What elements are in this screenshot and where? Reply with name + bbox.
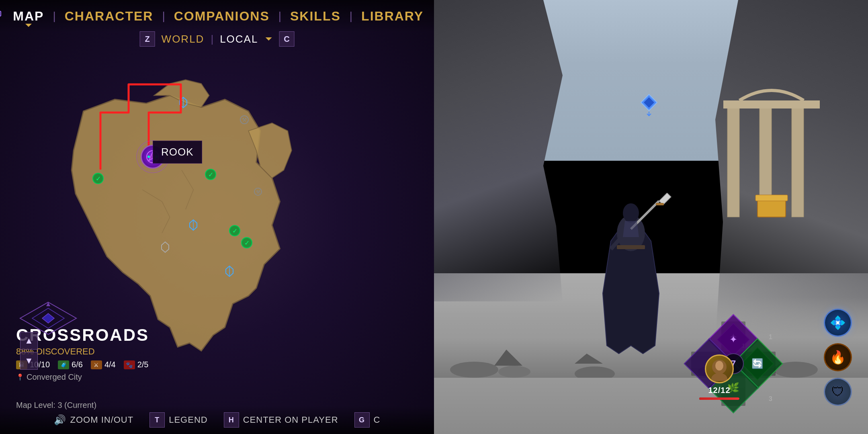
svg-point-36	[575, 366, 615, 378]
action-btn-1[interactable]: 💠	[824, 309, 852, 337]
g-key[interactable]: G	[354, 412, 370, 428]
nav-sep-4: |	[350, 10, 352, 23]
svg-point-56	[715, 361, 723, 371]
stat-item-3: ⚔ 4/4	[91, 360, 116, 369]
bottom-nav-center: H CENTER ON PLAYER	[224, 412, 338, 428]
map-special-3: ⚒	[253, 187, 263, 197]
nav-sep-3: |	[278, 10, 281, 23]
nav-map[interactable]: MAP	[6, 9, 51, 24]
map-special-1	[179, 96, 188, 108]
sub-nav-world[interactable]: WORLD	[162, 33, 205, 45]
map-special-5	[225, 265, 234, 277]
stat-icon-4: 🐾	[124, 360, 135, 369]
svg-marker-16	[162, 242, 169, 252]
map-marker-3: ✓	[241, 237, 252, 248]
location-area-name: Converged City	[27, 373, 82, 382]
bottom-nav-g: G C	[354, 412, 381, 428]
svg-rect-30	[792, 104, 804, 217]
stat-icon-3: ⚔	[91, 360, 102, 369]
nav-character[interactable]: CHARACTER	[57, 9, 161, 24]
avatar-portrait	[705, 354, 734, 383]
nav-skills[interactable]: SKILLS	[283, 9, 348, 24]
svg-text:⚒: ⚒	[256, 189, 260, 195]
health-value: 12/12	[708, 386, 730, 395]
zoom-out-btn[interactable]: ▼	[20, 352, 38, 370]
map-marker-1: ✓	[92, 173, 104, 184]
action-btn-3[interactable]: 🛡	[824, 378, 852, 406]
zoom-in-btn[interactable]: ▲	[20, 332, 38, 350]
map-special-2: ⚒	[239, 115, 250, 125]
zoom-label: ZOOM IN/OUT	[70, 415, 134, 425]
map-nav-icon	[0, 7, 2, 25]
location-pin-icon: 📍	[16, 373, 24, 381]
temple-structure	[719, 72, 824, 225]
stat-value-4: 2/5	[137, 360, 149, 369]
center-on-player-label: CENTER ON PLAYER	[243, 415, 338, 425]
svg-marker-26	[42, 313, 54, 323]
game-panel: ✦ 1 ✦ 1 🔄 3 🌿 ◆	[434, 0, 868, 434]
svg-rect-44	[656, 203, 664, 205]
svg-text:⚒: ⚒	[242, 117, 247, 123]
z-key[interactable]: Z	[140, 31, 155, 47]
local-selected-arrow	[264, 37, 272, 41]
map-marker-4: ✓	[229, 225, 240, 236]
zoom-controls: ▲ ▼	[16, 298, 80, 370]
stat-value-3: 4/4	[104, 360, 116, 369]
g-label: C	[374, 415, 381, 425]
nav-sep-1: |	[53, 10, 55, 23]
quest-marker	[639, 92, 659, 118]
svg-marker-39	[494, 350, 522, 366]
bottom-nav: 🔊 ZOOM IN/OUT T LEGEND H CENTER ON PLAYE…	[0, 406, 434, 434]
nav-sep-2: |	[162, 10, 165, 23]
bottom-nav-zoom: 🔊 ZOOM IN/OUT	[54, 414, 134, 426]
sub-nav: Z WORLD | LOCAL C	[140, 31, 295, 47]
svg-point-35	[498, 366, 530, 378]
action-buttons: 💠 🔥 🛡	[824, 309, 852, 406]
tooltip-text: ROOK	[161, 146, 194, 158]
c-key[interactable]: C	[279, 31, 294, 47]
h-key[interactable]: H	[224, 412, 239, 428]
svg-rect-28	[727, 104, 739, 217]
svg-point-42	[623, 203, 639, 223]
svg-point-34	[450, 362, 498, 378]
map-tooltip: ROOK	[153, 141, 202, 164]
location-area: 📍 Converged City	[16, 373, 149, 382]
health-bar-track	[699, 397, 739, 400]
svg-rect-33	[755, 195, 788, 201]
action-btn-2[interactable]: 🔥	[824, 343, 852, 371]
svg-point-57	[711, 373, 727, 381]
health-area: 12/12	[699, 354, 739, 400]
sub-nav-sep: |	[211, 33, 213, 45]
map-special-4	[189, 219, 198, 231]
map-special-6	[161, 241, 170, 253]
nav-library[interactable]: LIBRARY	[354, 9, 431, 24]
map-marker-2: ✓	[205, 169, 216, 180]
svg-marker-5	[265, 37, 272, 41]
map-panel: Q MAP | CHARACTER | COMPANIONS | SKILLS …	[0, 0, 434, 434]
legend-label: LEGEND	[169, 415, 207, 425]
svg-rect-46	[617, 245, 645, 249]
nav-companions[interactable]: COMPANIONS	[167, 9, 277, 24]
rock-cliff-left	[434, 0, 563, 301]
character	[587, 193, 675, 362]
t-key[interactable]: T	[149, 412, 165, 428]
svg-rect-31	[723, 100, 820, 108]
top-nav: Q MAP | CHARACTER | COMPANIONS | SKILLS …	[0, 0, 434, 32]
zoom-icon: 🔊	[54, 414, 66, 426]
stat-item-4: 🐾 2/5	[124, 360, 149, 369]
health-bar-fill	[699, 397, 739, 400]
svg-marker-0	[0, 8, 1, 20]
bottom-nav-legend: T LEGEND	[149, 412, 207, 428]
sub-nav-local[interactable]: LOCAL	[220, 33, 258, 45]
